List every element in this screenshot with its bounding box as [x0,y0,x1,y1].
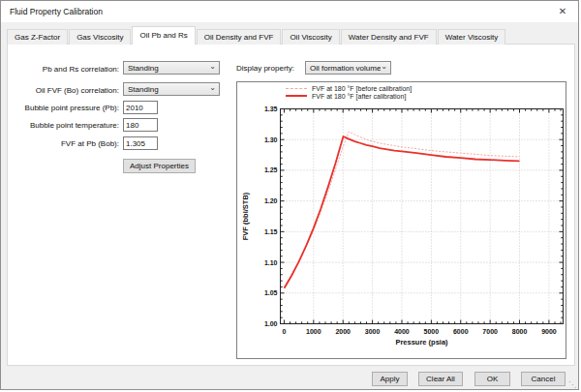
bubble-point-temperature-label: Bubble point temperature: [10,121,119,131]
ok-button[interactable]: OK [474,372,510,386]
svg-text:1000: 1000 [306,328,321,335]
oil-fvf-correlation-value: Standing [128,85,209,94]
title-bar: Fluid Property Calibration ✕ [1,1,578,22]
legend-item-before-calibration: FVF at 180 °F [before calibration] [286,84,412,92]
fvf-vs-pressure-chart: 01000200030004000500060007000800090001.0… [237,82,566,358]
legend-item-after-calibration: FVF at 180 °F [after calibration] [286,92,412,100]
after-calibration-line-swatch-icon [286,95,307,97]
fvf-at-pb-input[interactable] [123,136,158,150]
display-property-value: Oil formation volume [310,64,381,73]
svg-text:1.00: 1.00 [264,320,278,327]
chevron-down-icon: ⌄ [381,64,387,70]
tab-water-viscosity[interactable]: Water Viscosity [438,29,506,45]
tab-oil-pb-and-rs[interactable]: Oil Pb and Rs [132,26,195,45]
fvf-chart-panel: FVF at 180 °F [before calibration] FVF a… [236,81,566,359]
svg-text:2000: 2000 [335,328,351,335]
tab-oil-viscosity[interactable]: Oil Viscosity [282,29,339,45]
svg-text:1.35: 1.35 [264,106,278,112]
svg-text:7000: 7000 [482,328,498,335]
chart-legend: FVF at 180 °F [before calibration] FVF a… [286,84,412,100]
svg-text:1.05: 1.05 [264,289,278,296]
svg-text:0: 0 [282,328,286,335]
cancel-button[interactable]: Cancel [521,372,566,386]
apply-button[interactable]: Apply [372,372,408,386]
oil-fvf-correlation-label: Oil FVF (Bo) correlation: [10,86,119,96]
legend-label-before: FVF at 180 °F [before calibration] [312,85,412,92]
svg-text:Pressure (psia): Pressure (psia) [395,338,448,347]
clear-all-button[interactable]: Clear All [418,372,463,386]
svg-text:1.15: 1.15 [264,228,278,235]
svg-text:FVF (bbl/STB): FVF (bbl/STB) [241,192,250,240]
svg-text:1.30: 1.30 [264,136,278,143]
oil-fvf-correlation-select[interactable]: Standing ⌄ [123,82,220,96]
tab-water-density-and-fvf[interactable]: Water Density and FVF [341,29,437,45]
svg-text:3000: 3000 [365,328,381,335]
chevron-down-icon: ⌄ [209,85,216,91]
bubble-point-pressure-label: Bubble point pressure (Pb): [10,104,119,113]
pb-rs-correlation-label: Pb and Rs correlation: [10,65,119,75]
legend-label-after: FVF at 180 °F [after calibration] [312,93,406,100]
svg-text:6000: 6000 [453,328,469,335]
window-title: Fluid Property Calibration [10,7,103,16]
bubble-point-pressure-input[interactable] [123,101,158,114]
fvf-at-pb-label: FVF at Pb (Bob): [10,139,119,149]
adjust-properties-button[interactable]: Adjust Properties [123,159,196,173]
bubble-point-temperature-input[interactable] [123,118,158,132]
display-property-label: Display property: [188,64,294,74]
svg-text:8000: 8000 [512,328,528,335]
svg-text:9000: 9000 [541,328,557,335]
resize-grip-icon[interactable]: ⋱ [568,381,576,389]
tab-page-oil-pb-and-rs: Pb and Rs correlation: Standing ⌄ Oil FV… [7,44,575,366]
close-button[interactable]: ✕ [555,4,570,19]
close-icon: ✕ [559,6,566,16]
svg-text:1.25: 1.25 [264,166,278,173]
tab-gas-viscosity[interactable]: Gas Viscosity [69,29,131,45]
display-property-select[interactable]: Oil formation volume ⌄ [305,61,391,75]
tab-oil-density-and-fvf[interactable]: Oil Density and FVF [197,29,282,45]
tab-strip: Gas Z-Factor Gas Viscosity Oil Pb and Rs… [7,27,506,45]
before-calibration-line-swatch-icon [286,88,307,89]
svg-text:4000: 4000 [394,328,410,335]
svg-text:1.20: 1.20 [264,197,278,204]
svg-text:1.10: 1.10 [264,259,278,266]
fluid-property-calibration-dialog: Fluid Property Calibration ✕ Gas Z-Facto… [0,0,579,390]
tab-gas-z-factor[interactable]: Gas Z-Factor [7,29,68,45]
svg-text:5000: 5000 [424,328,440,335]
